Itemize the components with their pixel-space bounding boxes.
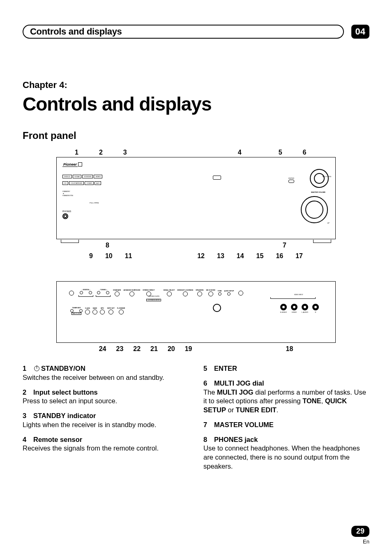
tuning-label: – TUNING + [99, 289, 107, 291]
quick-setup-label: QUICK SETUP [224, 290, 234, 292]
callout-13: 13 [217, 252, 224, 260]
callout-2: 2 [99, 149, 103, 156]
standby-area: STANDBY ◄ STANDBY/ON [62, 190, 73, 196]
input-dvd: DVD/LD [62, 175, 72, 178]
sbch-label: SB CH MODE [206, 289, 215, 291]
section-front-panel: Front panel [23, 130, 369, 141]
signal-select-knob-icon [167, 291, 172, 296]
listening-mode-label: LISTENING MODE [146, 299, 161, 301]
callout-23: 23 [116, 345, 124, 353]
desc-item-4: 4Remote sensor Receives the signals from… [23, 435, 189, 453]
input-att-label: INPUT ATT [107, 307, 115, 309]
foot-left-icon [61, 240, 79, 243]
callout-24: 24 [99, 345, 106, 353]
callouts-mid: 8 7 [65, 242, 327, 249]
video-input-jacks: S-VIDEO VIDEO L AUDIO R [280, 304, 319, 313]
audio-r-label: R [315, 311, 316, 313]
callout-15: 15 [256, 252, 264, 260]
phones-area: PHONES [62, 210, 71, 219]
chapter-badge: 04 [351, 25, 369, 39]
desc-item-5: 5ENTER [203, 364, 369, 373]
input-tvsat: TV/SAT [73, 175, 82, 178]
band-knob-icon [92, 310, 97, 314]
quick-setup-knob-icon [227, 292, 231, 296]
page: Controls and displays 04 Chapter 4: Cont… [0, 0, 392, 557]
callout-19: 19 [185, 345, 192, 353]
callout-6: 6 [303, 149, 307, 156]
mpx-knob-icon [100, 310, 105, 314]
page-number-badge: 29 [351, 526, 369, 537]
phones-surr-label: PHONES SURR. [149, 296, 160, 297]
callout-20: 20 [168, 345, 175, 353]
remote-sensor-icon [213, 176, 221, 180]
callout-5: 5 [279, 149, 282, 156]
svideo-jack-label: S-VIDEO [280, 311, 287, 313]
standard-label: STANDARD [113, 289, 121, 291]
device-bottom-panel: – STATION + – TUNING + STANDARD ADVANCED… [56, 281, 336, 343]
stereo-direct-label: STEREO/ DIRECT [143, 289, 154, 291]
video-jack-icon [291, 304, 297, 310]
callouts-top: 1 2 3 4 5 6 [75, 149, 330, 156]
callouts-row3: 9 10 11 12 13 14 15 16 17 [89, 252, 303, 260]
input-aux: AUX [95, 181, 101, 185]
power-icon [34, 366, 39, 371]
knob-row-bottom: TUNER EDITMULTI JOG CLASS BAND MPX INPUT… [69, 307, 126, 315]
standby-on-label: STANDBY/ON [62, 194, 73, 196]
desc-1-body: Switches the receiver between on and sta… [23, 373, 189, 382]
adv-surround-label: ADVANCED SURROUND [123, 289, 140, 291]
tuner-edit-a-icon [70, 309, 74, 312]
audio-l-label: L AUDIO [302, 311, 308, 313]
callout-4: 4 [238, 149, 242, 156]
tuning-plus-icon [106, 291, 109, 294]
speakers-label: SPEAKERS [196, 289, 203, 291]
desc-item-1: 1STANDBY/ON Switches the receiver betwee… [23, 364, 189, 382]
video-input-label: VIDEO INPUT [294, 294, 303, 296]
tuner-edit-label: TUNER EDIT [72, 307, 81, 309]
header-row: Controls and displays 04 [23, 25, 369, 39]
mpx-label: MPX [101, 307, 104, 309]
diagram: 1 2 3 4 5 6 Pioneer DVD/LD TV/SAT VCR/DV… [23, 149, 369, 353]
callout-21: 21 [150, 345, 158, 353]
hole-right-icon [238, 291, 243, 296]
audio-r-jack-icon [312, 304, 319, 310]
desc-1-title: STANDBY/ON [41, 365, 85, 372]
callout-9: 9 [89, 252, 93, 260]
tone-knob-icon [218, 292, 221, 296]
chapter-label: Chapter 4: [23, 80, 369, 90]
callout-1: 1 [75, 149, 78, 156]
desc-2-title: Input select buttons [33, 388, 98, 396]
desc-5-title: ENTER [214, 365, 237, 372]
input-buttons-row2: CD CD-R/TAPE/MD TUNER AUX [62, 181, 101, 185]
foot-right-icon [313, 240, 331, 243]
sbch-knob-icon [208, 291, 213, 296]
header-pill: Controls and displays [23, 25, 344, 39]
callout-10: 10 [105, 252, 113, 260]
input-video: VIDEO [94, 175, 102, 178]
station-plus-icon [89, 291, 92, 294]
callout-16: 16 [276, 252, 283, 260]
fl-dimmer-label: FL DIMMER [117, 307, 125, 309]
input-cd: CD [62, 181, 68, 185]
input-buttons-row1: DVD/LD TV/SAT VCR/DVR VIDEO [62, 175, 102, 178]
callouts-bottom: 24 23 22 21 20 19 18 [89, 345, 303, 353]
desc-col-right: 5ENTER 6MULTI JOG dial The MULTI JOG dia… [203, 364, 369, 477]
input-att-knob-icon [108, 310, 113, 314]
tuning-minus-icon [97, 291, 100, 294]
band-label: BAND [93, 307, 97, 309]
callout-11: 11 [125, 252, 132, 260]
pull-open-label: PULL OPEN [90, 202, 99, 204]
chapter-title: Controls and displays [23, 93, 369, 115]
callout-22: 22 [133, 345, 141, 353]
svideo-jack-icon [280, 304, 287, 310]
enter-button-area: ENTER [288, 177, 294, 183]
desc-4-title: Remote sensor [33, 436, 82, 443]
tuner-edit-b-icon [79, 309, 83, 312]
desc-3-title: STANDBY indicator [33, 412, 96, 419]
desc-item-3: 3STANDBY indicator Lights when the recei… [23, 411, 189, 430]
language-label: En [363, 539, 369, 545]
signal-select-label: SIGNAL SELECT [164, 289, 175, 291]
desc-3-body: Lights when the receiver is in standby m… [23, 421, 189, 430]
desc-item-6: 6MULTI JOG dial The MULTI JOG dial perfo… [203, 379, 369, 415]
hole-left-icon [69, 291, 74, 296]
multi-jog-dial-icon [310, 169, 329, 188]
